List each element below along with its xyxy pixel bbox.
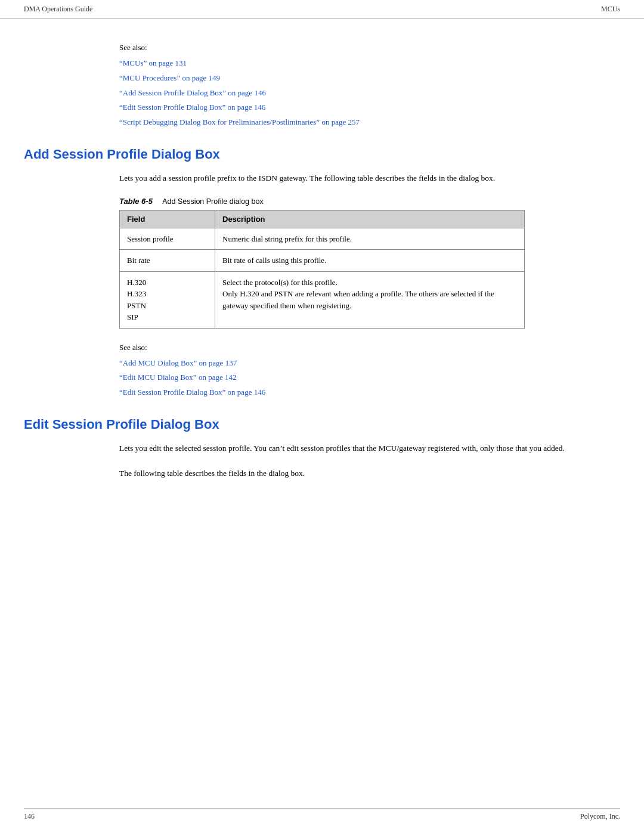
header-right: MCUs xyxy=(601,5,620,14)
list-item: “MCU Procedures” on page 149 xyxy=(119,72,620,85)
field-protocols: H.320H.323PSTNSIP xyxy=(120,271,215,328)
header-left: DMA Operations Guide xyxy=(24,5,92,14)
add-section-body: Lets you add a session profile prefix to… xyxy=(119,172,620,185)
header-bar: DMA Operations Guide MCUs xyxy=(0,0,644,19)
column-header-description: Description xyxy=(215,210,525,228)
table-row: Session profile Numeric dial string pref… xyxy=(120,228,525,250)
see-also-top-label: See also: xyxy=(119,43,620,52)
list-item: “Edit Session Profile Dialog Box” on pag… xyxy=(119,101,620,114)
list-item: “Edit MCU Dialog Box” on page 142 xyxy=(119,371,620,384)
edit-section-heading: Edit Session Profile Dialog Box xyxy=(24,417,620,432)
edit-section-body2: The following table describes the fields… xyxy=(119,467,620,480)
list-item: “MCUs” on page 131 xyxy=(119,57,620,70)
list-item: “Script Debugging Dialog Box for Prelimi… xyxy=(119,116,620,129)
see-also-middle-section: See also: “Add MCU Dialog Box” on page 1… xyxy=(119,343,620,399)
edit-section-body1: Lets you edit the selected session profi… xyxy=(119,442,620,455)
see-also-middle-label: See also: xyxy=(119,343,620,352)
footer-bar: 146 Polycom, Inc. xyxy=(24,808,620,821)
link-mcu-procedures[interactable]: “MCU Procedures” on page 149 xyxy=(119,73,220,82)
see-also-middle-links: “Add MCU Dialog Box” on page 137 “Edit M… xyxy=(119,357,620,399)
link-script-debugging[interactable]: “Script Debugging Dialog Box for Prelimi… xyxy=(119,117,360,126)
list-item: “Add Session Profile Dialog Box” on page… xyxy=(119,87,620,100)
link-edit-session-profile[interactable]: “Edit Session Profile Dialog Box” on pag… xyxy=(119,103,265,112)
link-add-session-profile[interactable]: “Add Session Profile Dialog Box” on page… xyxy=(119,88,266,97)
see-also-top-section: See also: “MCUs” on page 131 “MCU Proced… xyxy=(119,43,620,129)
link-edit-session-profile-2[interactable]: “Edit Session Profile Dialog Box” on pag… xyxy=(119,388,265,397)
link-mcus[interactable]: “MCUs” on page 131 xyxy=(119,58,187,67)
footer-page-number: 146 xyxy=(24,812,35,821)
table-header-row: Field Description xyxy=(120,210,525,228)
link-edit-mcu[interactable]: “Edit MCU Dialog Box” on page 142 xyxy=(119,373,236,382)
field-bit-rate: Bit rate xyxy=(120,250,215,272)
list-item: “Add MCU Dialog Box” on page 137 xyxy=(119,357,620,370)
table-row: Bit rate Bit rate of calls using this pr… xyxy=(120,250,525,272)
table-caption-label: Table 6-5 xyxy=(119,197,153,206)
session-profile-table: Field Description Session profile Numeri… xyxy=(119,210,525,329)
field-session-profile: Session profile xyxy=(120,228,215,250)
link-add-mcu[interactable]: “Add MCU Dialog Box” on page 137 xyxy=(119,358,237,367)
desc-protocols: Select the protocol(s) for this profile.… xyxy=(215,271,525,328)
column-header-field: Field xyxy=(120,210,215,228)
add-section-heading: Add Session Profile Dialog Box xyxy=(24,147,620,162)
main-content: See also: “MCUs” on page 131 “MCU Proced… xyxy=(0,19,644,515)
list-item: “Edit Session Profile Dialog Box” on pag… xyxy=(119,386,620,399)
table-caption: Table 6-5 Add Session Profile dialog box xyxy=(119,197,620,206)
see-also-top-links: “MCUs” on page 131 “MCU Procedures” on p… xyxy=(119,57,620,129)
desc-bit-rate: Bit rate of calls using this profile. xyxy=(215,250,525,272)
footer-company: Polycom, Inc. xyxy=(580,812,620,821)
desc-session-profile: Numeric dial string prefix for this prof… xyxy=(215,228,525,250)
table-caption-text: Add Session Profile dialog box xyxy=(162,197,264,206)
table-row: H.320H.323PSTNSIP Select the protocol(s)… xyxy=(120,271,525,328)
